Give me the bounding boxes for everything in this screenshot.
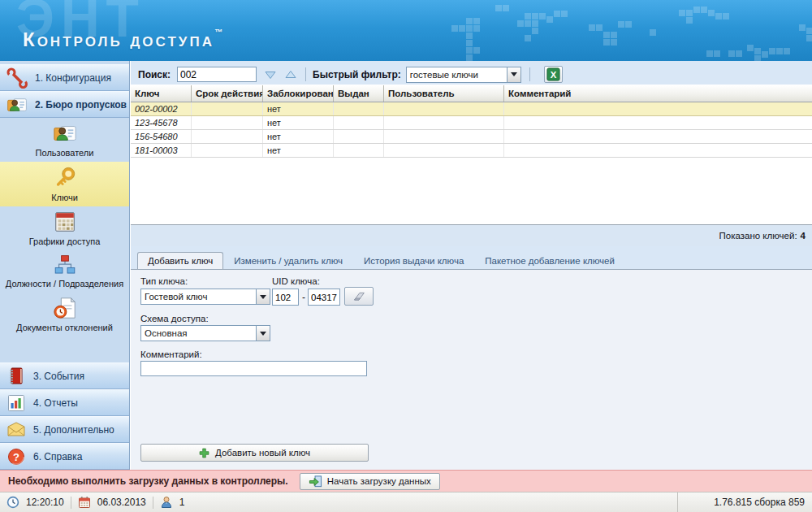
- svg-text:X: X: [550, 70, 556, 80]
- sidebar-item-label: 5. Дополнительно: [33, 424, 114, 436]
- uid-part1-field[interactable]: [272, 289, 299, 306]
- quick-filter-label: Быстрый фильтр:: [313, 69, 401, 80]
- cell-user: [384, 144, 504, 157]
- tab-add-key[interactable]: Добавить ключ: [137, 252, 223, 270]
- cell-user: [384, 102, 504, 115]
- sort-asc-icon[interactable]: [284, 70, 297, 80]
- comment-field[interactable]: [140, 361, 367, 376]
- key-icon: [53, 166, 77, 190]
- excel-export-button[interactable]: X: [544, 66, 563, 83]
- sort-desc-icon[interactable]: [264, 70, 277, 80]
- tab-batch-add-keys[interactable]: Пакетное добавление ключей: [474, 253, 625, 269]
- sidebar-item-pass-bureau[interactable]: 2. Бюро пропусков: [0, 91, 129, 118]
- start-upload-label: Начать загрузку данных: [327, 476, 431, 486]
- sidebar-item-label: 1. Конфигурация: [35, 72, 111, 84]
- add-new-key-button[interactable]: Добавить новый ключ: [140, 444, 369, 462]
- chevron-down-icon[interactable]: [256, 326, 270, 341]
- cell-blocked: нет: [263, 102, 334, 115]
- current-date: 06.03.2013: [97, 497, 146, 508]
- sidebar-spacer: [0, 336, 129, 362]
- sidebar-item-positions-departments[interactable]: Должности / Подразделения: [0, 250, 129, 293]
- add-key-panel: Тип ключа: Гостевой ключ UID ключа: - Сх…: [131, 269, 812, 471]
- column-header-issued[interactable]: Выдан: [334, 85, 384, 102]
- column-header-validity[interactable]: Срок действия: [192, 85, 263, 102]
- sidebar-item-help[interactable]: ? 6. Справка: [0, 443, 129, 470]
- shown-keys-label: Показано ключей:: [719, 231, 797, 241]
- key-type-label: Тип ключа:: [140, 276, 188, 286]
- person-icon: [160, 496, 173, 509]
- cell-issued: [334, 130, 384, 143]
- shown-keys-count: 4: [801, 231, 806, 241]
- clear-uid-button[interactable]: [344, 287, 374, 306]
- sidebar-item-configuration[interactable]: 1. Конфигурация: [0, 64, 129, 91]
- table-row[interactable]: 002-00002 нет: [131, 102, 812, 116]
- sidebar-item-keys[interactable]: Ключи: [0, 162, 129, 206]
- report-icon: [6, 393, 26, 413]
- statusbar-divider: [71, 497, 71, 509]
- help-icon: ?: [6, 447, 26, 466]
- alert-message: Необходимо выполнить загрузку данных в к…: [8, 475, 288, 487]
- users-icon: [53, 121, 77, 145]
- sidebar-item-label: Пользователи: [36, 148, 94, 158]
- badge-folder-icon: [6, 94, 28, 115]
- controller-upload-alert: Необходимо выполнить загрузку данных в к…: [0, 470, 812, 492]
- column-header-comment[interactable]: Комментарий: [504, 85, 812, 102]
- cell-issued: [334, 116, 384, 129]
- version-panel: 1.76.815 сборка 859: [677, 492, 812, 512]
- sidebar-item-users[interactable]: Пользователи: [0, 118, 129, 162]
- calendar-icon: [78, 496, 91, 509]
- chevron-down-icon[interactable]: [256, 289, 270, 304]
- start-upload-button[interactable]: Начать загрузку данных: [300, 473, 440, 490]
- chevron-down-icon[interactable]: [507, 67, 520, 82]
- key-type-value: Гостевой ключ: [141, 289, 256, 304]
- access-scheme-value: Основная: [141, 326, 256, 341]
- app-title: Контроль доступа™: [23, 28, 222, 51]
- table-row[interactable]: 156-54680 нет: [131, 130, 812, 144]
- add-new-key-label: Добавить новый ключ: [215, 448, 310, 458]
- excel-export-icon: X: [546, 67, 560, 81]
- pixel-decoration: [0, 0, 6, 7]
- column-header-key[interactable]: Ключ: [131, 85, 192, 102]
- search-input[interactable]: [177, 67, 257, 82]
- comment-label: Комментарий:: [140, 349, 202, 359]
- column-header-blocked[interactable]: Заблокирован: [263, 85, 334, 102]
- sidebar-item-label: Ключи: [51, 193, 78, 202]
- uid-part2-field[interactable]: [308, 289, 340, 306]
- cell-comment: [504, 102, 812, 115]
- cell-issued: [334, 144, 384, 157]
- quick-filter-select[interactable]: гостевые ключи: [406, 67, 521, 83]
- cell-user: [384, 116, 504, 129]
- trademark-mark: ™: [214, 28, 222, 37]
- cell-comment: [504, 130, 812, 143]
- sidebar-item-reports[interactable]: 4. Отчеты: [0, 389, 129, 416]
- sidebar-item-events[interactable]: 3. События: [0, 362, 129, 389]
- sidebar-item-additional[interactable]: 5. Дополнительно: [0, 416, 129, 443]
- cell-comment: [504, 144, 812, 157]
- main-content: Поиск: Быстрый фильтр: гостевые ключи X …: [131, 61, 812, 470]
- key-type-select[interactable]: Гостевой ключ: [140, 289, 270, 305]
- table-row[interactable]: 123-45678 нет: [131, 116, 812, 130]
- cell-key: 156-54680: [131, 130, 192, 143]
- clock-icon: [6, 496, 19, 509]
- cell-key: 123-45678: [131, 116, 192, 129]
- toolbar-divider: [305, 67, 306, 81]
- cell-validity: [192, 144, 263, 157]
- column-header-user[interactable]: Пользователь: [384, 85, 504, 102]
- cell-blocked: нет: [263, 144, 334, 157]
- app-title-text: Контроль доступа: [23, 28, 214, 50]
- search-label: Поиск:: [138, 69, 171, 80]
- access-scheme-select[interactable]: Основная: [140, 325, 270, 341]
- sidebar-nav: 1. Конфигурация 2. Бюро пропусков: [0, 61, 130, 470]
- shown-keys-status: Показано ключей: 4: [131, 225, 812, 246]
- table-row[interactable]: 181-00003 нет: [131, 144, 812, 158]
- sidebar-item-label: Должности / Подразделения: [6, 279, 123, 289]
- tab-key-issue-history[interactable]: История выдачи ключа: [353, 253, 474, 269]
- deviation-doc-icon: [53, 296, 77, 320]
- sidebar-item-label: 6. Справка: [33, 451, 82, 462]
- cell-blocked: нет: [263, 130, 334, 143]
- cell-user: [384, 130, 504, 143]
- sidebar-item-access-schedules[interactable]: Графики доступа: [0, 206, 129, 250]
- tab-edit-delete-key[interactable]: Изменить / удалить ключ: [223, 253, 353, 269]
- envelope-icon: [6, 420, 26, 440]
- sidebar-item-deviation-documents[interactable]: Документы отклонений: [0, 293, 129, 336]
